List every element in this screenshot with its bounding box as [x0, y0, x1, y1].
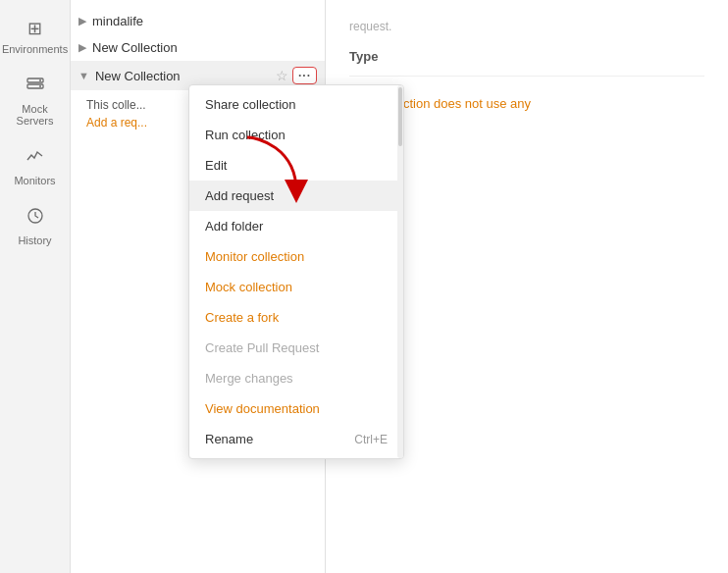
history-icon — [26, 206, 45, 231]
svg-point-2 — [39, 79, 41, 81]
monitors-icon — [26, 146, 45, 171]
menu-scrollbar-thumb — [398, 87, 402, 146]
sidebar-item-monitors-label: Monitors — [14, 175, 55, 186]
menu-item-mock-collection[interactable]: Mock collection — [189, 272, 403, 302]
collection-row-mindalife[interactable]: ▶ mindalife — [71, 8, 325, 34]
menu-item-create-fork[interactable]: Create a fork — [189, 302, 403, 333]
collection-name-new1: New Collection — [92, 40, 178, 55]
mock-servers-icon — [26, 75, 45, 99]
collection-options-button[interactable]: ··· — [292, 67, 317, 84]
sidebar-item-history[interactable]: History — [0, 196, 70, 256]
menu-scrollbar[interactable] — [397, 85, 403, 458]
menu-item-add-request[interactable]: Add request — [189, 181, 403, 211]
sidebar-item-history-label: History — [18, 234, 51, 246]
sidebar-item-environments[interactable]: ⊞ Environments — [0, 8, 70, 65]
menu-item-view-docs[interactable]: View documentation — [189, 393, 403, 424]
environments-icon: ⊞ — [27, 18, 42, 39]
type-divider — [349, 76, 704, 77]
sidebar-item-mock-servers-label: Mock Servers — [6, 103, 64, 127]
menu-item-merge-changes: Merge changes — [189, 363, 403, 393]
menu-item-create-pr: Create Pull Request — [189, 333, 403, 363]
star-button[interactable]: ☆ — [276, 68, 288, 83]
sidebar-item-environments-label: Environments — [2, 43, 68, 55]
menu-item-share[interactable]: Share collection — [189, 89, 403, 120]
sidebar: ⊞ Environments Mock Servers Monitors — [0, 0, 71, 573]
request-label: request. — [349, 20, 704, 33]
chevron-right-icon: ▶ — [78, 41, 86, 54]
collection-info-text: This colle... — [86, 98, 146, 112]
chevron-down-icon: ▼ — [78, 70, 89, 81]
chevron-right-icon: ▶ — [78, 15, 86, 27]
svg-point-3 — [39, 85, 41, 87]
type-label: Type — [349, 49, 704, 64]
menu-item-monitor-collection[interactable]: Monitor collection — [189, 241, 403, 272]
collection-row-new1[interactable]: ▶ New Collection — [71, 34, 325, 61]
collection-name-mindalife: mindalife — [92, 14, 143, 28]
add-request-link[interactable]: Add a req... — [86, 116, 147, 130]
rename-shortcut: Ctrl+E — [354, 433, 388, 446]
collection-name-new2: New Collection — [95, 69, 181, 83]
menu-item-add-folder[interactable]: Add folder — [189, 211, 403, 241]
collections-panel: ▶ mindalife ▶ New Collection ▼ New Colle… — [71, 0, 326, 573]
menu-item-run[interactable]: Run collection — [189, 120, 403, 150]
context-menu: Share collection Run collection Edit Add… — [188, 84, 404, 459]
menu-item-edit[interactable]: Edit — [189, 150, 403, 181]
sidebar-item-monitors[interactable]: Monitors — [0, 136, 70, 196]
menu-item-rename[interactable]: Rename Ctrl+E — [189, 424, 403, 454]
sidebar-item-mock-servers[interactable]: Mock Servers — [0, 65, 70, 136]
